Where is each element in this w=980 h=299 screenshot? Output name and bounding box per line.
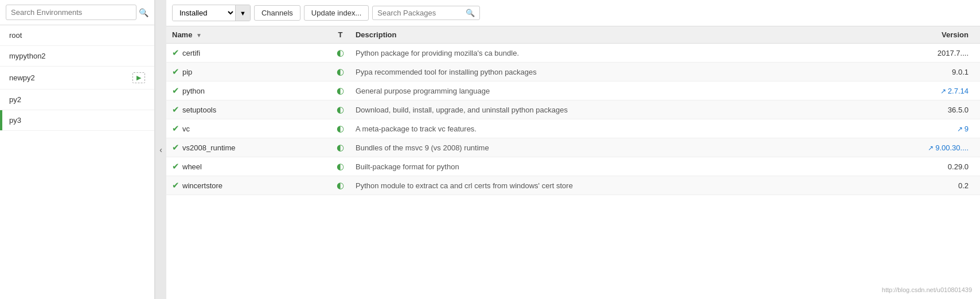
pkg-name: vs2008_runtime <box>182 143 236 152</box>
search-packages-wrapper: 🔍 <box>372 6 480 20</box>
check-icon: ✔ <box>172 142 179 153</box>
watermark: http://blog.csdn.net/u010801439 <box>882 286 972 293</box>
pkg-name-cell: ✔vs2008_runtime <box>166 138 331 157</box>
search-packages-input[interactable] <box>377 9 463 17</box>
pkg-version-cell: 36.5.0 <box>853 100 980 119</box>
link-icon: ↗ <box>928 144 934 152</box>
pkg-name: vc <box>182 125 190 133</box>
package-table-wrapper: Name ▼ T Description Version ✔certifi◐Py… <box>166 26 980 299</box>
pkg-desc-cell: Bundles of the msvc 9 (vs 2008) runtime <box>350 138 853 157</box>
pkg-name-cell: ✔pip <box>166 63 331 81</box>
sidebar-item-py3[interactable]: py3 <box>0 110 154 131</box>
env-name-mypython2: mypython2 <box>9 52 145 60</box>
pkg-name-cell: ✔python <box>166 81 331 100</box>
environment-list: rootmypython2newpy2▶py2py3 <box>0 25 154 299</box>
pkg-version: 0.29.0 <box>948 162 969 171</box>
pkg-version: 9.0.1 <box>952 68 969 76</box>
pkg-version-cell: 9.0.1 <box>853 63 980 81</box>
pkg-type-cell: ◐ <box>331 176 350 195</box>
env-play-button-newpy2[interactable]: ▶ <box>132 72 145 83</box>
type-circle-icon: ◐ <box>337 123 344 133</box>
pkg-name: pip <box>182 68 192 76</box>
check-icon: ✔ <box>172 86 179 96</box>
col-type: T <box>331 26 350 44</box>
table-row: ✔wheel◐Built-package format for python0.… <box>166 157 980 176</box>
pkg-name-cell: ✔wheel <box>166 157 331 176</box>
table-row: ✔setuptools◐Download, build, install, up… <box>166 100 980 119</box>
pkg-version-cell: 2017.7.... <box>853 44 980 63</box>
pkg-desc-cell: Pypa recommended tool for installing pyt… <box>350 63 853 81</box>
pkg-type-cell: ◐ <box>331 44 350 63</box>
search-packages-icon: 🔍 <box>466 9 475 17</box>
sidebar-collapse-button[interactable]: ‹ <box>155 0 166 299</box>
type-circle-icon: ◐ <box>337 48 344 57</box>
col-version: Version <box>853 26 980 44</box>
pkg-desc-cell: Built-package format for python <box>350 157 853 176</box>
package-tbody: ✔certifi◐Python package for providing mo… <box>166 44 980 195</box>
sidebar-item-newpy2[interactable]: newpy2▶ <box>0 67 154 90</box>
pkg-name: wheel <box>182 162 202 171</box>
search-environments-button[interactable]: 🔍 <box>139 8 149 17</box>
check-icon: ✔ <box>172 104 179 115</box>
sidebar-item-mypython2[interactable]: mypython2 <box>0 46 154 67</box>
pkg-version-cell: ↗9.00.30.... <box>853 138 980 157</box>
pkg-desc-cell: Download, build, install, upgrade, and u… <box>350 100 853 119</box>
filter-dropdown-arrow[interactable]: ▼ <box>235 5 250 21</box>
table-row: ✔pip◐Pypa recommended tool for installin… <box>166 63 980 81</box>
check-icon: ✔ <box>172 180 179 191</box>
table-row: ✔python◐General purpose programming lang… <box>166 81 980 100</box>
sort-icon: ▼ <box>196 32 202 38</box>
pkg-name: setuptools <box>182 106 216 114</box>
filter-select-wrapper: InstalledAllNot InstalledUpgradable ▼ <box>172 5 251 21</box>
sidebar: 🔍 rootmypython2newpy2▶py2py3 <box>0 0 155 299</box>
pkg-desc-cell: Python module to extract ca and crl cert… <box>350 176 853 195</box>
pkg-name-cell: ✔vc <box>166 119 331 138</box>
pkg-desc-cell: A meta-package to track vc features. <box>350 119 853 138</box>
table-row: ✔vc◐A meta-package to track vc features.… <box>166 119 980 138</box>
update-index-button[interactable]: Update index... <box>304 5 369 21</box>
pkg-version: 2.7.14 <box>948 87 969 95</box>
pkg-type-cell: ◐ <box>331 100 350 119</box>
pkg-type-cell: ◐ <box>331 138 350 157</box>
pkg-type-cell: ◐ <box>331 81 350 100</box>
table-row: ✔wincertstore◐Python module to extract c… <box>166 176 980 195</box>
col-description: Description <box>350 26 853 44</box>
pkg-version-cell: 0.29.0 <box>853 157 980 176</box>
check-icon: ✔ <box>172 123 179 134</box>
toolbar: InstalledAllNot InstalledUpgradable ▼ Ch… <box>166 0 980 26</box>
check-icon: ✔ <box>172 67 179 77</box>
pkg-version: 36.5.0 <box>948 106 969 114</box>
table-header: Name ▼ T Description Version <box>166 26 980 44</box>
env-name-py2: py2 <box>9 95 145 104</box>
pkg-name-cell: ✔setuptools <box>166 100 331 119</box>
pkg-version-cell: 0.2 <box>853 176 980 195</box>
link-icon: ↗ <box>940 87 946 95</box>
pkg-type-cell: ◐ <box>331 157 350 176</box>
pkg-desc-cell: Python package for providing mozilla's c… <box>350 44 853 63</box>
pkg-name: python <box>182 87 205 95</box>
main-content: InstalledAllNot InstalledUpgradable ▼ Ch… <box>166 0 980 299</box>
pkg-version-cell: ↗9 <box>853 119 980 138</box>
search-environments-input[interactable] <box>6 5 136 20</box>
channels-button[interactable]: Channels <box>254 5 300 21</box>
pkg-version: 9 <box>965 125 969 133</box>
type-circle-icon: ◐ <box>337 67 344 76</box>
sidebar-item-py2[interactable]: py2 <box>0 90 154 110</box>
filter-select[interactable]: InstalledAllNot InstalledUpgradable <box>173 5 235 21</box>
check-icon: ✔ <box>172 48 179 58</box>
env-name-root: root <box>9 31 145 40</box>
pkg-name-cell: ✔wincertstore <box>166 176 331 195</box>
table-row: ✔vs2008_runtime◐Bundles of the msvc 9 (v… <box>166 138 980 157</box>
pkg-type-cell: ◐ <box>331 119 350 138</box>
type-circle-icon: ◐ <box>337 104 344 114</box>
pkg-name-cell: ✔certifi <box>166 44 331 63</box>
pkg-version: 2017.7.... <box>938 49 969 57</box>
table-row: ✔certifi◐Python package for providing mo… <box>166 44 980 63</box>
pkg-name: wincertstore <box>182 181 222 190</box>
pkg-desc-cell: General purpose programming language <box>350 81 853 100</box>
type-circle-icon: ◐ <box>337 161 344 171</box>
sidebar-item-root[interactable]: root <box>0 25 154 46</box>
col-name[interactable]: Name ▼ <box>166 26 331 44</box>
pkg-name: certifi <box>182 49 200 57</box>
package-table: Name ▼ T Description Version ✔certifi◐Py… <box>166 26 980 195</box>
